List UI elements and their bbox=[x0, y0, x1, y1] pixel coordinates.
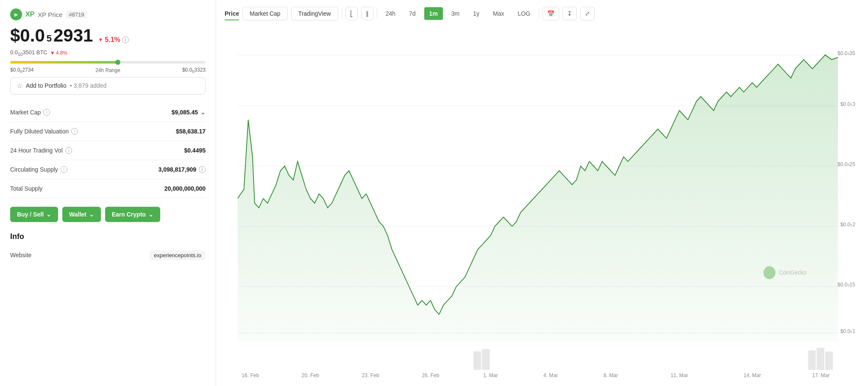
price-info-icon[interactable]: i bbox=[122, 36, 129, 43]
separator-2 bbox=[377, 8, 377, 19]
vol-bar-4 bbox=[817, 348, 824, 370]
earn-crypto-label: Earn Crypto bbox=[112, 211, 146, 218]
add-portfolio-button[interactable]: ☆ Add to Portfolio • 3,879 added bbox=[10, 77, 206, 94]
time-3m[interactable]: 3m bbox=[446, 7, 465, 20]
portfolio-count: • 3,879 added bbox=[70, 82, 107, 89]
tab-price[interactable]: Price bbox=[225, 7, 239, 20]
stat-value-fdv: $58,638.17 bbox=[176, 128, 206, 135]
tab-market-cap[interactable]: Market Cap bbox=[242, 7, 287, 20]
y-label-03: $0.0₅3 bbox=[840, 101, 855, 107]
chart-area: $0.0₅35 $0.0₅3 $0.0₅25 $0.0₅2 $0.0₅15 $0… bbox=[225, 27, 860, 379]
range-bar bbox=[10, 61, 206, 64]
info-row-website: Website experiencepoints.io bbox=[10, 247, 206, 264]
right-panel: Price Market Cap TradingView ⎣ ∥ 24h 7d … bbox=[216, 0, 868, 386]
price-display: $0.052931 bbox=[10, 25, 93, 46]
left-panel: ▶ XP XP Price #8719 $0.052931 ▼ 5.1% i 0… bbox=[0, 0, 216, 386]
stat-row-market-cap: Market Cap i $9,085.45 ⌄ bbox=[10, 103, 206, 122]
range-high: $0.053323 bbox=[182, 67, 206, 74]
action-buttons: Buy / Sell ⌄ Wallet ⌄ Earn Crypto ⌄ bbox=[10, 207, 206, 222]
x-label-16feb: 16. Feb bbox=[242, 372, 259, 378]
price-change-pct: 5.1% bbox=[105, 36, 120, 44]
calendar-icon-btn[interactable]: 📅 bbox=[542, 7, 559, 20]
chart-controls: Price Market Cap TradingView ⎣ ∥ 24h 7d … bbox=[225, 7, 860, 20]
stat-row-fdv: Fully Diluted Valuation i $58,638.17 bbox=[10, 122, 206, 141]
x-label-20feb: 20. Feb bbox=[302, 372, 319, 378]
y-label-015: $0.0₅15 bbox=[837, 282, 855, 288]
bar-chart-icon-btn[interactable]: ∥ bbox=[361, 7, 373, 20]
stats-table: Market Cap i $9,085.45 ⌄ Fully Diluted V… bbox=[10, 103, 206, 198]
website-label: Website bbox=[10, 252, 31, 258]
vol-bar-2 bbox=[482, 349, 490, 370]
y-label-025: $0.0₅25 bbox=[837, 161, 855, 168]
btc-arrow: ▼ bbox=[50, 50, 55, 56]
line-chart-icon-btn[interactable]: ⎣ bbox=[345, 7, 358, 20]
stat-label-total-supply: Total Supply bbox=[10, 185, 42, 192]
stat-label-circulating: Circulating Supply bbox=[10, 166, 58, 173]
stat-label-fdv: Fully Diluted Valuation bbox=[10, 128, 69, 135]
x-label-17mar: 17. Mar bbox=[812, 372, 829, 378]
buy-sell-chevron: ⌄ bbox=[46, 211, 51, 218]
website-value[interactable]: experiencepoints.io bbox=[150, 250, 206, 260]
star-icon: ☆ bbox=[17, 82, 22, 90]
range-dot bbox=[115, 60, 120, 65]
x-label-23feb: 23. Feb bbox=[362, 372, 379, 378]
time-24h[interactable]: 24h bbox=[381, 7, 401, 20]
range-label: 24h Range bbox=[95, 67, 120, 73]
stat-row-circulating: Circulating Supply i 3,098,817,909 i bbox=[10, 160, 206, 179]
stat-value-circulating: 3,098,817,909 bbox=[158, 166, 196, 173]
coingecko-logo bbox=[763, 266, 775, 279]
time-1y[interactable]: 1y bbox=[468, 7, 484, 20]
separator-1 bbox=[342, 8, 342, 19]
time-7d[interactable]: 7d bbox=[404, 7, 421, 20]
fdv-info-icon[interactable]: i bbox=[71, 128, 78, 135]
range-bar-container: $0.052734 24h Range $0.053323 bbox=[10, 61, 206, 74]
expand-icon-btn[interactable]: ⤢ bbox=[580, 7, 595, 20]
stat-value-total-supply: 20,000,000,000 bbox=[164, 185, 206, 192]
y-label-02: $0.0₅2 bbox=[840, 222, 855, 228]
x-label-26feb: 26. Feb bbox=[422, 372, 439, 378]
price-change: ▼ 5.1% i bbox=[98, 36, 128, 44]
price-subscript: 5 bbox=[47, 33, 52, 44]
price-chart: $0.0₅35 $0.0₅3 $0.0₅25 $0.0₅2 $0.0₅15 $0… bbox=[225, 27, 860, 379]
portfolio-label: Add to Portfolio bbox=[26, 82, 67, 89]
earn-crypto-button[interactable]: Earn Crypto ⌄ bbox=[105, 207, 160, 222]
market-cap-info-icon[interactable]: i bbox=[43, 109, 50, 116]
stat-label-volume: 24 Hour Trading Vol bbox=[10, 147, 63, 154]
market-cap-chevron[interactable]: ⌄ bbox=[200, 109, 206, 116]
coin-symbol: XP bbox=[25, 11, 34, 18]
wallet-button[interactable]: Wallet ⌄ bbox=[62, 207, 101, 222]
y-label-01: $0.0₅1 bbox=[840, 328, 855, 334]
coin-header: ▶ XP XP Price #8719 bbox=[10, 8, 206, 20]
price-arrow-down: ▼ bbox=[98, 37, 103, 43]
volume-info-icon[interactable]: i bbox=[65, 147, 72, 154]
btc-price-value: 0.0103501 BTC bbox=[10, 49, 47, 57]
coin-rank: #8719 bbox=[66, 11, 87, 19]
circulating-extra-info-icon[interactable]: i bbox=[199, 166, 206, 173]
vol-bar-3 bbox=[808, 350, 816, 370]
x-label-1mar: 1. Mar bbox=[483, 372, 498, 378]
range-low: $0.052734 bbox=[10, 67, 33, 74]
time-max[interactable]: Max bbox=[488, 7, 509, 20]
x-label-4mar: 4. Mar bbox=[543, 372, 558, 378]
price-digits: 2931 bbox=[53, 25, 93, 46]
tab-tradingview[interactable]: TradingView bbox=[291, 7, 338, 20]
stat-row-total-supply: Total Supply 20,000,000,000 bbox=[10, 179, 206, 198]
download-icon-btn[interactable]: ↧ bbox=[562, 7, 577, 20]
time-1m[interactable]: 1m bbox=[424, 7, 443, 20]
range-labels: $0.052734 24h Range $0.053323 bbox=[10, 67, 206, 74]
vol-bar-5 bbox=[825, 351, 833, 370]
chart-fill-area bbox=[237, 55, 838, 342]
info-title: Info bbox=[10, 232, 206, 241]
btc-price: 0.0103501 BTC ▼ 4.8% bbox=[10, 49, 206, 57]
buy-sell-button[interactable]: Buy / Sell ⌄ bbox=[10, 207, 58, 222]
time-log[interactable]: LOG bbox=[513, 7, 536, 20]
buy-sell-label: Buy / Sell bbox=[17, 211, 44, 218]
btc-change: ▼ 4.8% bbox=[50, 50, 67, 56]
stat-value-volume: $0.4495 bbox=[184, 147, 206, 154]
btc-change-pct: 4.8% bbox=[56, 50, 67, 56]
stat-value-market-cap: $9,085.45 bbox=[172, 109, 198, 116]
circulating-info-icon[interactable]: i bbox=[61, 166, 67, 173]
stat-row-volume: 24 Hour Trading Vol i $0.4495 bbox=[10, 141, 206, 160]
coin-name: XP Price bbox=[38, 11, 62, 18]
vol-bar-1 bbox=[473, 351, 481, 370]
